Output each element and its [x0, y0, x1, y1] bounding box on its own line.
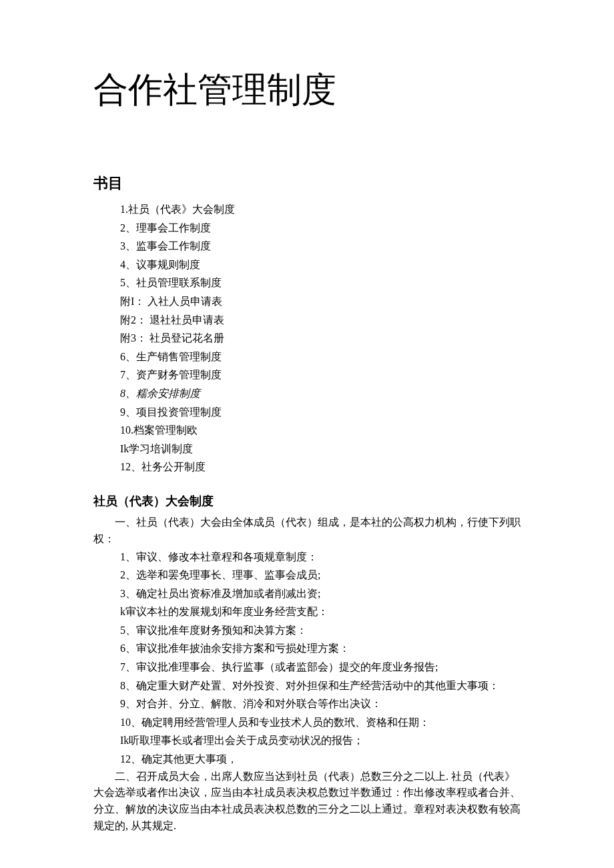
section-item: 10、确定聘用经营管理人员和专业技术人员的数玳、资格和任期：	[120, 713, 521, 732]
section-item: Ik听取理事长或者理出会关于成员变动状况的报告；	[120, 731, 521, 750]
section-item: 7、审议批准理事会、执行监事（或者监部会）提交的年度业务报告;	[120, 658, 521, 677]
toc-item: 3、监事会工作制度	[120, 237, 521, 256]
toc-item: 7、资产财务管理制度	[120, 366, 521, 384]
toc-item: 附I： 入社人员申请表	[120, 292, 521, 311]
section-item: 9、对合并、分立、解散、消冷和对外联合等作出决议：	[120, 695, 521, 713]
toc-item: 附3： 社员登记花名册	[120, 329, 521, 348]
section-item: 6、审议批准年披油余安排方案和亏损处理方案：	[120, 639, 521, 658]
section-title: 社员（代表）大会制度	[93, 493, 521, 509]
toc-list: 1.社员（代表》大会制度 2、理事会工作制度 3、监事会工作制度 4、议事规则制…	[93, 200, 521, 476]
toc-item: 2、理事会工作制度	[120, 219, 521, 238]
toc-item: 8、糯余安排制度	[120, 384, 521, 403]
section-item: 3、确定社员出资标准及增加或者削减出资;	[120, 584, 521, 603]
toc-item: 9、项目投资管理制度	[120, 403, 521, 422]
section-paragraph: 二、召开成员大会，出席人数应当达到社员（代表）总数三分之二以上. 社员（代表》大…	[93, 769, 521, 835]
toc-item: 附2： 退社社员申请表	[120, 311, 521, 330]
toc-item: 12、社务公开制度	[120, 458, 521, 476]
section-item-list: 1、审议、修改本社章程和各项规章制度： 2、选举和罢免理事长、理事、监事会成员;…	[93, 548, 521, 769]
section-item: 8、确定重大财产处置、对外投资、对外担保和生产经营活动中的其他重大事项：	[120, 677, 521, 695]
toc-item: 10.档案管理制欧	[120, 421, 521, 440]
section-item: 1、审议、修改本社章程和各项规章制度：	[120, 548, 521, 566]
toc-item: 5、社员管理联系制度	[120, 274, 521, 292]
document-title: 合作社管理制度	[93, 67, 521, 113]
section-item: 5、审议批准年度财务预知和决算方案：	[120, 621, 521, 640]
section-intro-line: 权：	[93, 531, 521, 548]
section-item: 2、选举和罢免理事长、理事、监事会成员;	[120, 566, 521, 584]
toc-item: 6、生产销售管理制度	[120, 348, 521, 366]
toc-item: 1.社员（代表》大会制度	[120, 200, 521, 219]
section-item: 12、确定其他更大事项，	[120, 750, 521, 769]
toc-header: 书目	[93, 173, 521, 193]
section-item: k审议本社的发展规划和年度业务经营支配：	[120, 602, 521, 621]
section-intro-line: 一、社员（代表）大会由全体成员（代衣）组成，是本社的公高权力机构，行使下列职	[93, 514, 521, 531]
toc-item: Ik学习培训制度	[120, 440, 521, 458]
toc-item: 4、议事规则制度	[120, 256, 521, 274]
